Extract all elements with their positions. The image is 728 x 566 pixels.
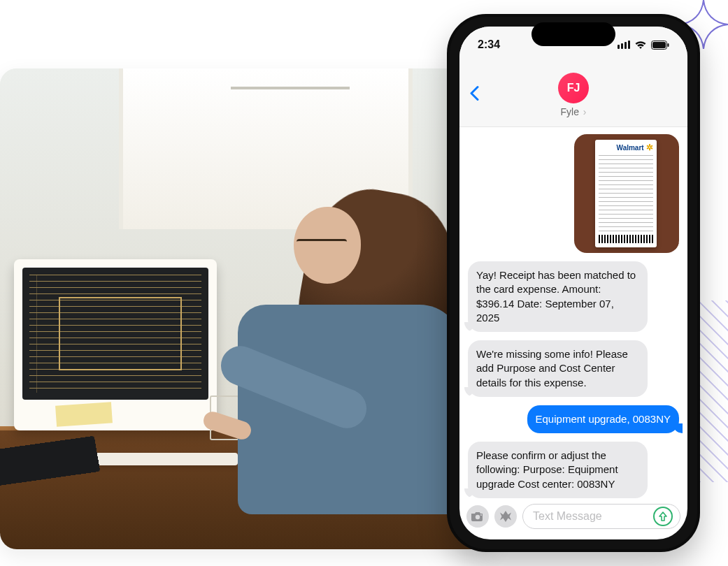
send-button[interactable] — [653, 507, 673, 526]
battery-icon — [651, 41, 669, 50]
nav-bar: FJ Fyle › — [459, 63, 687, 127]
outgoing-message[interactable]: Equipment upgrade, 0083NY — [468, 405, 679, 433]
message-attachment[interactable]: Walmart ✲ — [468, 134, 679, 253]
svg-point-3 — [476, 515, 480, 519]
status-time: 2:34 — [478, 38, 500, 51]
receipt-store: Walmart — [617, 144, 644, 152]
phone-screen: 2:34 FJ — [459, 27, 687, 539]
contact-name: Fyle — [560, 106, 578, 117]
message-thread[interactable]: Walmart ✲ Yay! Receipt has been matched … — [459, 127, 687, 500]
barcode-icon — [599, 235, 653, 243]
walmart-spark-icon: ✲ — [644, 143, 653, 152]
message-placeholder: Text Message — [533, 510, 602, 523]
message-bubble: Yay! Receipt has been matched to the car… — [468, 261, 648, 332]
incoming-message[interactable]: Please confirm or adjust the following: … — [468, 442, 679, 498]
svg-rect-1 — [652, 42, 666, 48]
message-composer: Text Message — [459, 500, 687, 539]
phone-mockup: 2:34 FJ — [447, 14, 700, 552]
apps-button[interactable] — [494, 505, 517, 528]
contact-header[interactable]: FJ Fyle › — [558, 73, 589, 117]
message-input[interactable]: Text Message — [522, 504, 680, 529]
avatar-initials: FJ — [567, 82, 580, 94]
svg-point-4 — [480, 514, 482, 516]
incoming-message[interactable]: We're missing some info! Please add Purp… — [468, 340, 679, 397]
message-bubble: Please confirm or adjust the following: … — [468, 442, 648, 498]
wifi-icon — [634, 40, 647, 50]
signal-icon — [618, 41, 630, 49]
chevron-right-icon: › — [580, 106, 587, 117]
receipt-image: Walmart ✲ — [574, 134, 679, 253]
svg-rect-2 — [668, 43, 669, 47]
message-bubble: We're missing some info! Please add Purp… — [468, 340, 648, 397]
avatar: FJ — [558, 73, 589, 103]
incoming-message[interactable]: Yay! Receipt has been matched to the car… — [468, 261, 679, 332]
back-button[interactable] — [469, 84, 479, 106]
camera-button[interactable] — [466, 505, 489, 528]
background-photo — [0, 68, 497, 549]
phone-notch — [531, 22, 615, 46]
message-bubble: Equipment upgrade, 0083NY — [527, 405, 679, 433]
